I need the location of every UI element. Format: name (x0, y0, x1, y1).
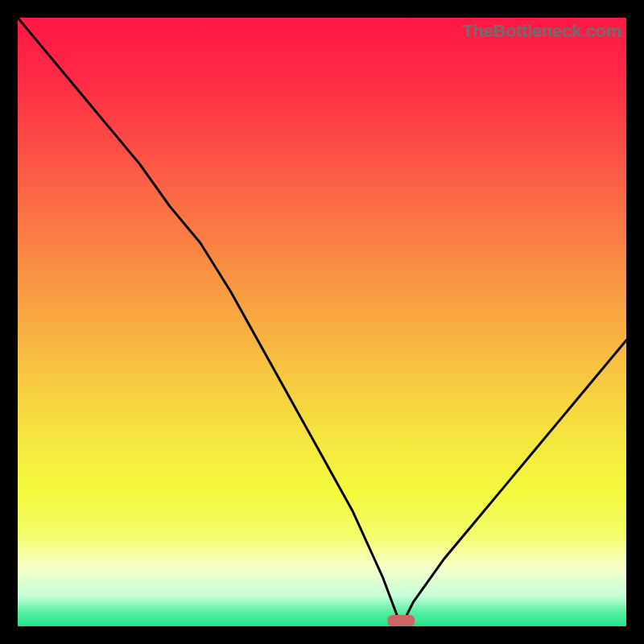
plot-area: TheBottleneck.com (18, 18, 626, 626)
chart-svg (18, 18, 626, 626)
chart-frame: TheBottleneck.com (0, 0, 644, 644)
gradient-background (18, 18, 626, 626)
watermark-text: TheBottleneck.com (462, 21, 621, 42)
optimal-marker (387, 615, 415, 626)
